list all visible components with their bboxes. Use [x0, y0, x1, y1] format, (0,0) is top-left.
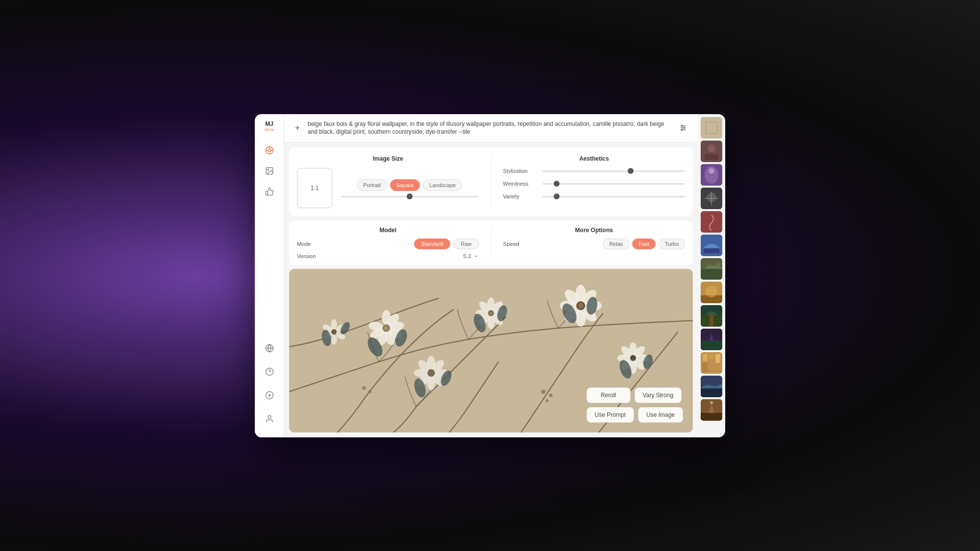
svg-point-62: [331, 319, 337, 330]
svg-point-102: [709, 168, 714, 174]
settings-divider-2: [491, 227, 491, 259]
speed-label: Speed: [503, 241, 519, 247]
svg-point-94: [368, 390, 371, 393]
sidebar-item-image[interactable]: [261, 162, 278, 180]
svg-rect-124: [703, 363, 708, 372]
sidebar-help[interactable]: [261, 363, 278, 381]
svg-point-20: [684, 127, 685, 129]
svg-rect-119: [701, 340, 722, 350]
svg-rect-107: [701, 211, 722, 233]
thumbnail-10[interactable]: [701, 329, 722, 350]
prompt-settings-button[interactable]: [676, 121, 690, 135]
variety-thumb[interactable]: [554, 193, 560, 199]
weirdness-row: Weirdness: [503, 181, 686, 187]
size-slider-track[interactable]: [341, 196, 478, 197]
prompt-add-button[interactable]: [292, 122, 303, 133]
use-image-button[interactable]: Use Image: [638, 407, 683, 423]
thumbnail-12[interactable]: [701, 376, 722, 397]
image-size-section: Image Size 1:1 Portrait Square Landscape: [297, 155, 479, 208]
sidebar-globe[interactable]: [261, 339, 278, 357]
aspect-ratio-preview: 1:1: [297, 168, 332, 208]
svg-point-68: [331, 329, 337, 335]
more-options-title: More Options: [503, 227, 686, 234]
app-window: MJ alpha: [255, 114, 725, 437]
svg-rect-122: [709, 354, 714, 359]
standard-button[interactable]: Standard: [414, 239, 451, 249]
version-label: Version: [297, 253, 316, 259]
action-buttons: Reroll Vary Strong Use Prompt Use Image: [587, 387, 683, 423]
raw-button[interactable]: Raw: [453, 239, 479, 249]
portrait-button[interactable]: Portrait: [357, 179, 387, 191]
weirdness-thumb[interactable]: [554, 181, 560, 187]
logo-mj: MJ: [265, 121, 274, 127]
svg-point-91: [549, 394, 553, 398]
reroll-button[interactable]: Reroll: [587, 387, 631, 403]
sidebar: MJ alpha: [255, 114, 284, 437]
stylization-thumb[interactable]: [628, 168, 634, 174]
svg-point-1: [268, 149, 271, 152]
sidebar-item-likes[interactable]: [261, 183, 278, 200]
weirdness-label: Weirdness: [503, 181, 538, 187]
thumbnail-11[interactable]: [701, 352, 722, 374]
sidebar-profile[interactable]: [261, 410, 278, 428]
svg-rect-123: [715, 354, 720, 363]
thumbnail-1[interactable]: [701, 117, 722, 139]
version-value: 5.2: [464, 253, 471, 259]
weirdness-slider[interactable]: [542, 183, 686, 185]
more-options-section: More Options Speed Relax Fast Turbo: [503, 227, 686, 259]
thumbnail-13[interactable]: [701, 399, 722, 421]
prompt-bar: beige faux bois & gray floral wallpaper,…: [284, 114, 698, 143]
variety-label: Variety: [503, 193, 538, 199]
model-title: Model: [297, 227, 479, 234]
orientation-buttons: Portrait Square Landscape: [340, 179, 479, 191]
stylization-slider[interactable]: [542, 170, 686, 172]
size-slider-container: [340, 196, 479, 197]
variety-slider[interactable]: [542, 196, 686, 197]
thumbnail-2[interactable]: [701, 141, 722, 162]
turbo-button[interactable]: Turbo: [659, 239, 685, 249]
thumbnail-5[interactable]: [701, 211, 722, 233]
svg-rect-111: [701, 269, 722, 280]
version-select[interactable]: 5.2: [464, 253, 479, 259]
bottom-section: Reroll Vary Strong Use Prompt Use Image: [284, 269, 698, 437]
sidebar-sparkle[interactable]: [261, 386, 278, 404]
thumbnail-8[interactable]: [701, 282, 722, 303]
thumbnail-6[interactable]: [701, 235, 722, 256]
mode-label: Mode: [297, 241, 311, 247]
thumbnail-4[interactable]: [701, 188, 722, 209]
svg-point-42: [489, 311, 493, 315]
action-row-1: Reroll Vary Strong: [587, 387, 683, 403]
thumbnail-9[interactable]: [701, 305, 722, 327]
sidebar-bottom: [261, 339, 278, 431]
svg-point-19: [682, 125, 683, 127]
speed-buttons: Relax Fast Turbo: [603, 239, 685, 249]
settings-panel: Image Size 1:1 Portrait Square Landscape: [289, 147, 693, 216]
svg-point-93: [362, 386, 366, 390]
aspect-ratio-label: 1:1: [311, 185, 319, 192]
square-button[interactable]: Square: [390, 179, 420, 191]
stylization-row: Stylization: [503, 168, 686, 174]
use-prompt-button[interactable]: Use Prompt: [587, 407, 634, 423]
svg-point-32: [384, 326, 389, 330]
thumbnail-7[interactable]: [701, 258, 722, 280]
fast-button[interactable]: Fast: [632, 239, 655, 249]
right-panel: [698, 114, 725, 437]
variety-row: Variety: [503, 193, 686, 199]
vary-strong-button[interactable]: Vary Strong: [635, 387, 682, 403]
svg-point-13: [268, 415, 271, 418]
relax-button[interactable]: Relax: [603, 239, 629, 249]
image-size-content: 1:1 Portrait Square Landscape: [297, 168, 479, 208]
svg-rect-121: [703, 354, 708, 361]
aesthetics-section: Aesthetics Stylization Weirdness: [503, 155, 686, 208]
model-section: Model Mode Standard Raw Version 5.2: [297, 227, 479, 259]
landscape-button[interactable]: Landscape: [423, 179, 462, 191]
thumbnail-3[interactable]: [701, 164, 722, 186]
image-preview: Reroll Vary Strong Use Prompt Use Image: [289, 269, 693, 432]
svg-rect-95: [701, 117, 722, 139]
svg-point-92: [545, 399, 548, 402]
svg-point-21: [682, 129, 683, 131]
size-slider-thumb[interactable]: [407, 193, 413, 199]
main-content: beige faux bois & gray floral wallpaper,…: [284, 114, 698, 437]
sidebar-item-target[interactable]: [261, 142, 278, 159]
prompt-text[interactable]: beige faux bois & gray floral wallpaper,…: [308, 120, 671, 137]
